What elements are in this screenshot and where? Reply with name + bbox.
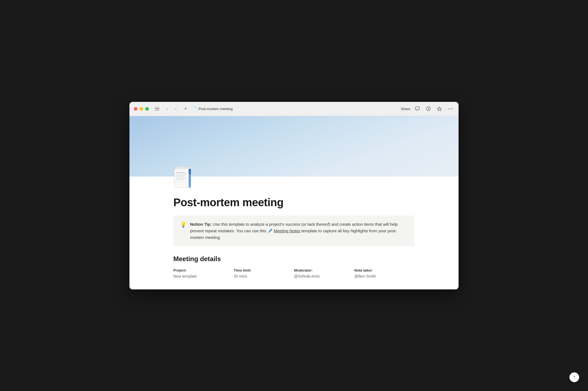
detail-project: Project: New template — [173, 268, 234, 278]
page-icon — [173, 164, 195, 190]
back-button[interactable]: ‹ — [163, 105, 171, 113]
tab-title: Post-mortem meeting — [199, 107, 233, 111]
detail-moderator: Moderator: @Sohrab Amin — [294, 268, 354, 278]
note-taker-value: @Ben Smith — [354, 274, 410, 278]
maximize-button[interactable] — [145, 107, 149, 111]
project-value: New template — [173, 274, 229, 278]
svg-rect-0 — [415, 107, 419, 110]
time-limit-value: 30 mins — [234, 274, 290, 278]
svg-point-4 — [452, 108, 453, 109]
meeting-details-heading: Meeting details — [173, 255, 415, 263]
tip-box: 💡 Notion Tip: Use this template to analy… — [173, 216, 415, 246]
page-title-section: Post-mortem meeting — [173, 177, 415, 216]
svg-rect-12 — [176, 178, 186, 178]
svg-rect-15 — [189, 169, 191, 174]
project-label: Project: — [173, 268, 229, 272]
tip-content: Notion Tip: Use this template to analyze… — [190, 221, 408, 241]
meeting-notes-link[interactable]: Meeting Notes — [274, 228, 300, 233]
right-controls: Share — [401, 105, 454, 113]
detail-time-limit: Time limit: 30 mins — [234, 268, 294, 278]
browser-window: ‹ › + 📄 Post-mortem meeting Share — [129, 102, 459, 289]
moderator-value: @Sohrab Amin — [294, 274, 350, 278]
share-button[interactable]: Share — [401, 107, 410, 111]
svg-rect-13 — [176, 179, 184, 180]
traffic-lights — [134, 107, 149, 111]
history-button[interactable] — [425, 105, 432, 113]
tab-page-icon: 📄 — [192, 107, 196, 111]
navigation-controls: ‹ › — [163, 105, 180, 113]
svg-rect-10 — [176, 175, 186, 176]
help-button[interactable]: ? — [569, 372, 579, 382]
comments-button[interactable] — [414, 105, 421, 113]
forward-button[interactable]: › — [172, 105, 180, 113]
note-taker-label: Note taker: — [354, 268, 410, 272]
title-bar: ‹ › + 📄 Post-mortem meeting Share — [129, 102, 459, 116]
time-limit-label: Time limit: — [234, 268, 290, 272]
close-button[interactable] — [134, 107, 137, 111]
sidebar-toggle-button[interactable] — [153, 105, 161, 113]
svg-point-2 — [448, 108, 449, 109]
svg-rect-8 — [176, 172, 185, 173]
svg-point-3 — [450, 108, 451, 109]
page-title: Post-mortem meeting — [173, 196, 415, 209]
favorite-button[interactable] — [436, 105, 443, 113]
moderator-label: Moderator: — [294, 268, 350, 272]
tip-bold-label: Notion Tip: — [190, 222, 212, 227]
document-icon — [173, 164, 195, 189]
content-area: Post-mortem meeting 💡 Notion Tip: Use th… — [129, 177, 459, 289]
svg-rect-11 — [176, 177, 185, 177]
meeting-details-grid: Project: New template Time limit: 30 min… — [173, 268, 415, 278]
tab-area: 📄 Post-mortem meeting — [192, 107, 401, 111]
tip-lightbulb-icon: 💡 — [180, 221, 187, 228]
svg-rect-9 — [176, 174, 186, 174]
more-options-button[interactable] — [446, 105, 454, 113]
new-tab-button[interactable]: + — [182, 105, 190, 113]
tip-pencil-emoji: 🖊️ — [267, 228, 273, 233]
detail-note-taker: Note taker: @Ben Smith — [354, 268, 415, 278]
cover-image — [129, 116, 459, 177]
minimize-button[interactable] — [140, 107, 143, 111]
